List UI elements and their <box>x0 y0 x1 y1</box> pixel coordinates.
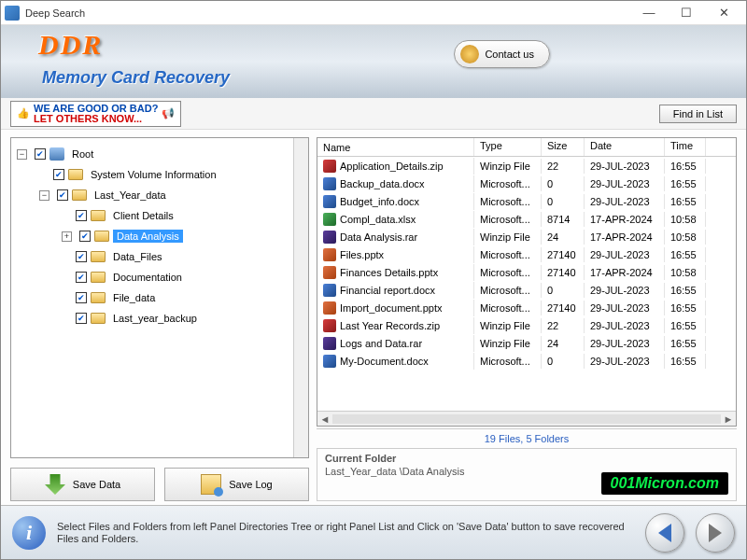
file-type: Microsoft... <box>474 194 542 209</box>
tree-item[interactable]: ✔Last_year_backup <box>15 308 304 329</box>
computer-icon <box>49 147 64 161</box>
expander-icon[interactable]: − <box>17 149 27 160</box>
save-data-button[interactable]: Save Data <box>10 468 155 501</box>
file-row[interactable]: Backup_data.docxMicrosoft...029-JUL-2023… <box>317 175 736 192</box>
col-size[interactable]: Size <box>542 138 585 156</box>
back-button[interactable] <box>645 513 684 553</box>
contact-label: Contact us <box>485 49 534 60</box>
checkbox[interactable]: ✔ <box>76 313 87 324</box>
horizontal-scrollbar[interactable]: ◄ ► <box>317 411 736 426</box>
file-name: Application_Details.zip <box>340 161 444 172</box>
tree-item[interactable]: −✔Last_Year_data <box>15 185 304 205</box>
file-row[interactable]: Last Year Records.zipWinzip File2229-JUL… <box>317 316 736 334</box>
file-name: Financial report.docx <box>340 285 435 296</box>
file-summary: 19 Files, 5 Folders <box>317 428 737 449</box>
file-name: Finances Details.pptx <box>340 267 438 278</box>
file-name: Logs and Data.rar <box>340 338 422 349</box>
minimize-button[interactable]: — <box>630 6 668 20</box>
megaphone-icon: 📢 <box>162 108 175 119</box>
folder-icon <box>91 292 106 303</box>
file-type-icon <box>323 213 336 226</box>
file-row[interactable]: Budget_info.docxMicrosoft...029-JUL-2023… <box>317 192 736 210</box>
titlebar: Deep Search — ☐ ✕ <box>1 1 746 25</box>
checkbox[interactable]: ✔ <box>57 189 68 201</box>
tree-panel[interactable]: − ✔ Root ✔System Volume Information−✔Las… <box>10 137 309 458</box>
checkbox[interactable]: ✔ <box>35 148 46 160</box>
tree-item[interactable]: ✔File_data <box>15 287 304 308</box>
file-list-body[interactable]: Application_Details.zipWinzip File2229-J… <box>317 157 736 411</box>
expander-icon[interactable]: − <box>39 190 49 201</box>
file-name: Backup_data.docx <box>340 178 425 189</box>
tree-item-label: System Volume Information <box>87 168 220 181</box>
save-log-button[interactable]: Save Log <box>164 468 309 501</box>
checkbox[interactable]: ✔ <box>79 231 91 242</box>
file-list-header: Name Type Size Date Time <box>317 138 736 157</box>
maximize-button[interactable]: ☐ <box>668 6 705 20</box>
file-row[interactable]: Finances Details.pptxMicrosoft...2714017… <box>317 263 736 281</box>
file-row[interactable]: Import_document.pptxMicrosoft...2714029-… <box>317 299 736 316</box>
file-type-icon <box>323 319 336 332</box>
folder-icon <box>91 313 106 324</box>
file-size: 24 <box>542 230 585 245</box>
tree-item[interactable]: ✔Documentation <box>15 267 304 287</box>
scroll-track[interactable] <box>332 414 721 424</box>
review-line1: WE ARE GOOD OR BAD? <box>34 104 158 114</box>
file-name: Files.pptx <box>340 249 384 260</box>
file-type-icon <box>323 266 336 279</box>
file-size: 8714 <box>542 212 585 227</box>
forward-button[interactable] <box>696 513 735 553</box>
tree-item-label: Data Analysis <box>113 230 183 243</box>
file-size: 22 <box>542 159 585 174</box>
file-type-icon <box>323 177 336 190</box>
save-log-icon <box>201 474 221 495</box>
file-name: Budget_info.docx <box>340 196 419 207</box>
tree-root-node[interactable]: − ✔ Root <box>15 144 304 164</box>
checkbox[interactable]: ✔ <box>53 169 64 180</box>
toolbar: 👍 WE ARE GOOD OR BAD? LET OTHERS KNOW...… <box>1 98 746 130</box>
close-button[interactable]: ✕ <box>705 6 742 20</box>
col-type[interactable]: Type <box>474 138 542 156</box>
file-time: 16:55 <box>665 176 706 191</box>
file-time: 10:58 <box>665 212 706 227</box>
file-size: 0 <box>542 354 585 369</box>
file-name: Last Year Records.zip <box>340 320 440 331</box>
checkbox[interactable]: ✔ <box>76 292 87 303</box>
expander-icon[interactable]: + <box>62 231 72 242</box>
file-type-icon <box>323 160 336 173</box>
file-row[interactable]: My-Document.docxMicrosoft...029-JUL-2023… <box>317 352 736 370</box>
tree-item-label: Client Details <box>109 209 177 222</box>
file-type: Microsoft... <box>474 283 542 298</box>
file-row[interactable]: Application_Details.zipWinzip File2229-J… <box>317 157 736 175</box>
tree-item[interactable]: ✔Data_Files <box>15 246 304 267</box>
find-in-list-button[interactable]: Find in List <box>659 105 737 123</box>
checkbox[interactable]: ✔ <box>76 210 87 221</box>
folder-icon <box>68 169 83 180</box>
checkbox[interactable]: ✔ <box>76 272 87 283</box>
file-date: 29-JUL-2023 <box>585 354 665 369</box>
checkbox[interactable]: ✔ <box>76 251 87 262</box>
review-badge[interactable]: 👍 WE ARE GOOD OR BAD? LET OTHERS KNOW...… <box>10 101 181 127</box>
tree-item-label: Data_Files <box>109 250 166 263</box>
file-row[interactable]: Logs and Data.rarWinzip File2429-JUL-202… <box>317 334 736 352</box>
file-row[interactable]: Data Analysis.rarWinzip File2417-APR-202… <box>317 228 736 245</box>
col-time[interactable]: Time <box>665 138 706 156</box>
tree-item[interactable]: ✔Client Details <box>15 205 304 226</box>
file-row[interactable]: Financial report.docxMicrosoft...029-JUL… <box>317 281 736 299</box>
contact-us-button[interactable]: Contact us <box>454 40 550 68</box>
file-type: Microsoft... <box>474 212 542 227</box>
file-date: 17-APR-2024 <box>585 212 665 227</box>
file-type-icon <box>323 301 336 315</box>
file-row[interactable]: Files.pptxMicrosoft...2714029-JUL-202316… <box>317 245 736 263</box>
file-row[interactable]: Compl_data.xlsxMicrosoft...871417-APR-20… <box>317 210 736 228</box>
logo: DDR <box>38 29 103 61</box>
col-name[interactable]: Name <box>317 138 474 156</box>
file-date: 17-APR-2024 <box>585 265 665 280</box>
main-content: − ✔ Root ✔System Volume Information−✔Las… <box>1 130 746 505</box>
col-date[interactable]: Date <box>585 138 665 156</box>
folder-icon <box>72 189 87 201</box>
scroll-left-icon[interactable]: ◄ <box>317 413 332 425</box>
tree-item[interactable]: ✔System Volume Information <box>15 164 304 185</box>
tree-item[interactable]: +✔Data Analysis <box>15 226 304 246</box>
info-icon: i <box>12 516 46 550</box>
scroll-right-icon[interactable]: ► <box>721 413 736 425</box>
